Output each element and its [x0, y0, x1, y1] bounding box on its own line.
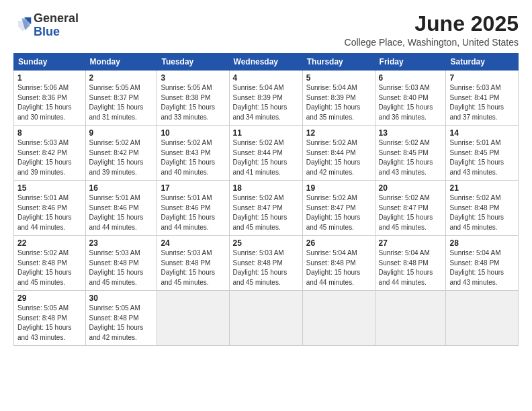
- day-number: 5: [306, 73, 371, 83]
- logo-text: General Blue: [34, 12, 79, 39]
- main-title: June 2025: [345, 12, 519, 36]
- day-number: 29: [17, 293, 82, 303]
- day-info: Sunrise: 5:06 AMSunset: 8:36 PMDaylight:…: [17, 83, 82, 122]
- calendar-cell: 18Sunrise: 5:02 AMSunset: 8:47 PMDayligh…: [229, 181, 302, 236]
- calendar-cell: 17Sunrise: 5:01 AMSunset: 8:46 PMDayligh…: [157, 181, 229, 236]
- day-info: Sunrise: 5:03 AMSunset: 8:42 PMDaylight:…: [17, 138, 82, 177]
- day-info: Sunrise: 5:05 AMSunset: 8:37 PMDaylight:…: [89, 83, 154, 122]
- day-number: 12: [306, 128, 371, 138]
- calendar-week-row: 8Sunrise: 5:03 AMSunset: 8:42 PMDaylight…: [14, 126, 519, 181]
- day-info: Sunrise: 5:03 AMSunset: 8:48 PMDaylight:…: [89, 248, 154, 287]
- calendar-week-row: 29Sunrise: 5:05 AMSunset: 8:48 PMDayligh…: [14, 291, 519, 346]
- day-number: 3: [161, 73, 225, 83]
- day-number: 28: [449, 238, 515, 248]
- day-info: Sunrise: 5:02 AMSunset: 8:47 PMDaylight:…: [306, 193, 371, 232]
- day-info: Sunrise: 5:04 AMSunset: 8:39 PMDaylight:…: [233, 83, 299, 122]
- weekday-header-monday: Monday: [85, 54, 157, 71]
- day-info: Sunrise: 5:03 AMSunset: 8:48 PMDaylight:…: [161, 248, 225, 287]
- calendar-header-row: SundayMondayTuesdayWednesdayThursdayFrid…: [14, 54, 519, 71]
- calendar-cell: 22Sunrise: 5:02 AMSunset: 8:48 PMDayligh…: [14, 236, 86, 291]
- day-number: 18: [233, 183, 299, 193]
- day-info: Sunrise: 5:04 AMSunset: 8:48 PMDaylight:…: [379, 248, 443, 287]
- calendar-cell: 23Sunrise: 5:03 AMSunset: 8:48 PMDayligh…: [85, 236, 157, 291]
- calendar-cell: 6Sunrise: 5:03 AMSunset: 8:40 PMDaylight…: [375, 71, 446, 126]
- day-info: Sunrise: 5:02 AMSunset: 8:47 PMDaylight:…: [379, 193, 443, 232]
- calendar-cell: 12Sunrise: 5:02 AMSunset: 8:44 PMDayligh…: [302, 126, 375, 181]
- calendar-cell: 5Sunrise: 5:04 AMSunset: 8:39 PMDaylight…: [302, 71, 375, 126]
- day-info: Sunrise: 5:02 AMSunset: 8:42 PMDaylight:…: [89, 138, 154, 177]
- header-row: General Blue June 2025 College Place, Wa…: [13, 12, 519, 48]
- logo: General Blue: [13, 12, 79, 39]
- calendar-cell: 1Sunrise: 5:06 AMSunset: 8:36 PMDaylight…: [14, 71, 86, 126]
- day-info: Sunrise: 5:02 AMSunset: 8:43 PMDaylight:…: [161, 138, 225, 177]
- day-number: 16: [89, 183, 154, 193]
- subtitle: College Place, Washington, United States: [345, 37, 519, 48]
- day-info: Sunrise: 5:02 AMSunset: 8:45 PMDaylight:…: [379, 138, 443, 177]
- calendar-cell: 20Sunrise: 5:02 AMSunset: 8:47 PMDayligh…: [375, 181, 446, 236]
- day-number: 22: [17, 238, 82, 248]
- calendar-cell: 3Sunrise: 5:05 AMSunset: 8:38 PMDaylight…: [157, 71, 229, 126]
- calendar-cell: [229, 291, 302, 346]
- day-info: Sunrise: 5:02 AMSunset: 8:47 PMDaylight:…: [233, 193, 299, 232]
- day-info: Sunrise: 5:01 AMSunset: 8:46 PMDaylight:…: [161, 193, 225, 232]
- day-number: 19: [306, 183, 371, 193]
- day-info: Sunrise: 5:03 AMSunset: 8:40 PMDaylight:…: [379, 83, 443, 122]
- day-number: 27: [379, 238, 443, 248]
- day-info: Sunrise: 5:04 AMSunset: 8:48 PMDaylight:…: [306, 248, 371, 287]
- logo-general: General: [34, 11, 79, 25]
- calendar-cell: 30Sunrise: 5:05 AMSunset: 8:48 PMDayligh…: [85, 291, 157, 346]
- day-info: Sunrise: 5:04 AMSunset: 8:39 PMDaylight:…: [306, 83, 371, 122]
- calendar-cell: 4Sunrise: 5:04 AMSunset: 8:39 PMDaylight…: [229, 71, 302, 126]
- day-number: 26: [306, 238, 371, 248]
- calendar-cell: 16Sunrise: 5:01 AMSunset: 8:46 PMDayligh…: [85, 181, 157, 236]
- calendar-cell: [375, 291, 446, 346]
- logo-blue: Blue: [34, 25, 60, 38]
- day-number: 7: [449, 73, 515, 83]
- day-number: 20: [379, 183, 443, 193]
- day-number: 13: [379, 128, 443, 138]
- day-number: 1: [17, 73, 82, 83]
- day-number: 23: [89, 238, 154, 248]
- calendar-week-row: 22Sunrise: 5:02 AMSunset: 8:48 PMDayligh…: [14, 236, 519, 291]
- day-number: 14: [449, 128, 515, 138]
- day-info: Sunrise: 5:01 AMSunset: 8:46 PMDaylight:…: [17, 193, 82, 232]
- day-number: 11: [233, 128, 299, 138]
- day-info: Sunrise: 5:03 AMSunset: 8:48 PMDaylight:…: [233, 248, 299, 287]
- weekday-header-saturday: Saturday: [446, 54, 519, 71]
- calendar-week-row: 1Sunrise: 5:06 AMSunset: 8:36 PMDaylight…: [14, 71, 519, 126]
- calendar-cell: 15Sunrise: 5:01 AMSunset: 8:46 PMDayligh…: [14, 181, 86, 236]
- calendar-cell: 24Sunrise: 5:03 AMSunset: 8:48 PMDayligh…: [157, 236, 229, 291]
- calendar-cell: 14Sunrise: 5:01 AMSunset: 8:45 PMDayligh…: [446, 126, 519, 181]
- day-number: 9: [89, 128, 154, 138]
- page: General Blue June 2025 College Place, Wa…: [0, 0, 532, 411]
- weekday-header-wednesday: Wednesday: [229, 54, 302, 71]
- day-number: 30: [89, 293, 154, 303]
- day-info: Sunrise: 5:05 AMSunset: 8:48 PMDaylight:…: [89, 304, 154, 342]
- day-info: Sunrise: 5:02 AMSunset: 8:44 PMDaylight:…: [306, 138, 371, 177]
- logo-icon: [13, 16, 32, 35]
- day-info: Sunrise: 5:01 AMSunset: 8:46 PMDaylight:…: [89, 193, 154, 232]
- weekday-header-sunday: Sunday: [14, 54, 86, 71]
- weekday-header-thursday: Thursday: [302, 54, 375, 71]
- day-info: Sunrise: 5:05 AMSunset: 8:38 PMDaylight:…: [161, 83, 225, 122]
- calendar-cell: [157, 291, 229, 346]
- calendar-cell: 10Sunrise: 5:02 AMSunset: 8:43 PMDayligh…: [157, 126, 229, 181]
- day-number: 8: [17, 128, 82, 138]
- day-info: Sunrise: 5:03 AMSunset: 8:41 PMDaylight:…: [449, 83, 515, 122]
- day-number: 17: [161, 183, 225, 193]
- calendar-cell: 25Sunrise: 5:03 AMSunset: 8:48 PMDayligh…: [229, 236, 302, 291]
- calendar-cell: 13Sunrise: 5:02 AMSunset: 8:45 PMDayligh…: [375, 126, 446, 181]
- day-info: Sunrise: 5:04 AMSunset: 8:48 PMDaylight:…: [449, 248, 515, 287]
- weekday-header-friday: Friday: [375, 54, 446, 71]
- calendar-cell: 27Sunrise: 5:04 AMSunset: 8:48 PMDayligh…: [375, 236, 446, 291]
- calendar-cell: 2Sunrise: 5:05 AMSunset: 8:37 PMDaylight…: [85, 71, 157, 126]
- calendar-cell: 7Sunrise: 5:03 AMSunset: 8:41 PMDaylight…: [446, 71, 519, 126]
- day-info: Sunrise: 5:02 AMSunset: 8:48 PMDaylight:…: [17, 248, 82, 287]
- day-number: 10: [161, 128, 225, 138]
- day-info: Sunrise: 5:05 AMSunset: 8:48 PMDaylight:…: [17, 304, 82, 342]
- calendar-cell: 9Sunrise: 5:02 AMSunset: 8:42 PMDaylight…: [85, 126, 157, 181]
- day-number: 2: [89, 73, 154, 83]
- day-info: Sunrise: 5:01 AMSunset: 8:45 PMDaylight:…: [449, 138, 515, 177]
- calendar-cell: 29Sunrise: 5:05 AMSunset: 8:48 PMDayligh…: [14, 291, 86, 346]
- day-info: Sunrise: 5:02 AMSunset: 8:48 PMDaylight:…: [449, 193, 515, 232]
